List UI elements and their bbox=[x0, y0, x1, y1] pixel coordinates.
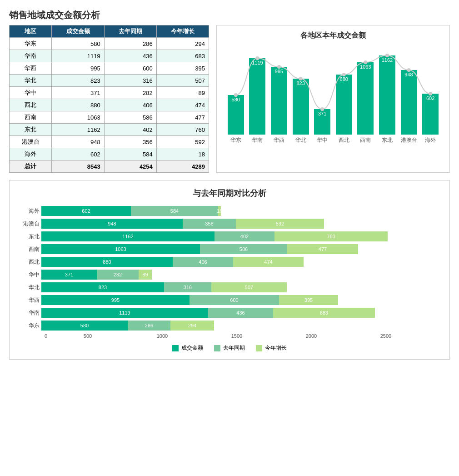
h-bar-chart-panel: 与去年同期对比分析 海外60258418港澳台948356592东北116240… bbox=[9, 180, 450, 360]
table-cell: 294 bbox=[156, 38, 209, 50]
legend-color-box bbox=[214, 345, 220, 351]
bar: 995 bbox=[271, 67, 287, 135]
legend-label: 去年同期 bbox=[223, 344, 245, 352]
table-row: 东北1162402760 bbox=[10, 124, 209, 136]
table-cell: 995 bbox=[52, 62, 104, 75]
table-header: 地区 bbox=[10, 25, 52, 38]
legend-item: 今年增长 bbox=[256, 344, 287, 352]
table-cell: 683 bbox=[156, 50, 209, 62]
table-header: 今年增长 bbox=[156, 25, 209, 38]
h-bar-seg-inc: 760 bbox=[274, 231, 388, 241]
table-row: 西北880406474 bbox=[10, 99, 209, 111]
h-bar-seg-last: 402 bbox=[215, 231, 274, 241]
bar-group: 995华西 bbox=[270, 53, 288, 144]
bar: 602 bbox=[422, 94, 439, 135]
h-bar-label: 海外 bbox=[17, 207, 40, 215]
h-bar-row: 港澳台948356592 bbox=[17, 219, 442, 229]
bar-group: 880西北 bbox=[335, 53, 353, 144]
legend-label: 成交金额 bbox=[181, 344, 203, 352]
h-bar-seg-last: 286 bbox=[128, 321, 170, 331]
table-row: 华北823316507 bbox=[10, 75, 209, 87]
table-cell: 1063 bbox=[52, 111, 104, 124]
h-bar-seg-main: 371 bbox=[41, 270, 97, 280]
h-bar-seg-main: 1063 bbox=[41, 244, 200, 254]
table-cell: 316 bbox=[104, 75, 156, 87]
table-cell: 华中 bbox=[10, 87, 52, 99]
h-bar-seg-inc: 395 bbox=[279, 295, 338, 305]
bar-group: 948港澳台 bbox=[400, 53, 418, 144]
table-row: 西南1063586477 bbox=[10, 111, 209, 124]
axis-tick: 1500 bbox=[200, 333, 274, 339]
h-bar-label: 西南 bbox=[17, 246, 40, 253]
axis-tick: 2000 bbox=[274, 333, 349, 339]
table-cell: 948 bbox=[52, 136, 104, 148]
h-bar-seg-inc: 683 bbox=[273, 308, 375, 318]
h-bar-seg-inc: 592 bbox=[236, 219, 324, 229]
h-bar-seg-main: 995 bbox=[41, 295, 190, 305]
h-bar-label: 华南 bbox=[17, 309, 40, 317]
table-cell: 1119 bbox=[52, 50, 104, 62]
bar-chart-panel: 各地区本年成交金额 580华东1119华南995华西823华北371华中880西… bbox=[216, 25, 450, 173]
table-cell: 港澳台 bbox=[10, 136, 52, 148]
h-bar-label: 华中 bbox=[17, 271, 40, 279]
table-cell: 602 bbox=[52, 148, 104, 160]
table-row: 华南1119436683 bbox=[10, 50, 209, 62]
h-bar-seg-inc: 474 bbox=[233, 257, 304, 267]
h-bar-seg-last: 584 bbox=[131, 206, 218, 216]
table-row: 总计854342544289 bbox=[10, 160, 209, 173]
h-bar-seg-last: 436 bbox=[208, 308, 273, 318]
legend-label: 今年增长 bbox=[265, 344, 287, 352]
h-bar-seg-last: 316 bbox=[164, 282, 211, 292]
table-cell: 586 bbox=[104, 111, 156, 124]
h-bar-label: 西北 bbox=[17, 258, 40, 266]
table-header: 成交金额 bbox=[52, 25, 104, 38]
bar-group: 602海外 bbox=[421, 53, 439, 144]
h-bar-seg-last: 282 bbox=[97, 270, 139, 280]
axis-tick: 0 bbox=[41, 333, 50, 339]
bar: 580 bbox=[228, 95, 244, 135]
table-cell: 436 bbox=[104, 50, 156, 62]
h-bar-label: 华西 bbox=[17, 296, 40, 304]
table-cell: 880 bbox=[52, 99, 104, 111]
table-cell: 华北 bbox=[10, 75, 52, 87]
legend-item: 去年同期 bbox=[214, 344, 245, 352]
h-bar-seg-inc: 294 bbox=[170, 321, 214, 331]
table-row: 海外60258418 bbox=[10, 148, 209, 160]
h-bar-seg-main: 602 bbox=[41, 206, 131, 216]
data-table-panel: 地区成交金额去年同期今年增长 华东580286294华南1119436683华西… bbox=[9, 25, 209, 173]
table-cell: 西南 bbox=[10, 111, 52, 124]
h-bar-seg-main: 1119 bbox=[41, 308, 208, 318]
table-cell: 华南 bbox=[10, 50, 52, 62]
h-bar-seg-inc: 18 bbox=[218, 206, 221, 216]
h-bar-seg-last: 356 bbox=[183, 219, 236, 229]
table-cell: 406 bbox=[104, 99, 156, 111]
axis-tick: 1000 bbox=[125, 333, 200, 339]
h-bar-seg-main: 1162 bbox=[41, 231, 215, 241]
table-cell: 356 bbox=[104, 136, 156, 148]
table-cell: 580 bbox=[52, 38, 104, 50]
table-row: 港澳台948356592 bbox=[10, 136, 209, 148]
main-title: 销售地域成交金额分析 bbox=[9, 9, 450, 21]
h-bar-seg-main: 948 bbox=[41, 219, 183, 229]
table-row: 华中37128289 bbox=[10, 87, 209, 99]
table-cell: 592 bbox=[156, 136, 209, 148]
table-cell: 西北 bbox=[10, 99, 52, 111]
table-cell: 371 bbox=[52, 87, 104, 99]
h-bar-row: 华北823316507 bbox=[17, 282, 442, 292]
h-bar-label: 华东 bbox=[17, 322, 40, 330]
axis-tick: 2500 bbox=[349, 333, 423, 339]
table-cell: 18 bbox=[156, 148, 209, 160]
table-cell: 89 bbox=[156, 87, 209, 99]
table-cell: 760 bbox=[156, 124, 209, 136]
h-bar-seg-main: 823 bbox=[41, 282, 164, 292]
table-cell: 395 bbox=[156, 62, 209, 75]
axis-tick: 500 bbox=[50, 333, 125, 339]
bar: 371 bbox=[314, 109, 330, 135]
h-bar-chart-title: 与去年同期对比分析 bbox=[17, 188, 442, 199]
bar-group: 823华北 bbox=[292, 53, 310, 144]
h-bar-row: 华东580286294 bbox=[17, 321, 442, 331]
bar: 823 bbox=[293, 79, 309, 135]
bar: 1063 bbox=[357, 62, 374, 135]
table-cell: 282 bbox=[104, 87, 156, 99]
table-cell: 600 bbox=[104, 62, 156, 75]
